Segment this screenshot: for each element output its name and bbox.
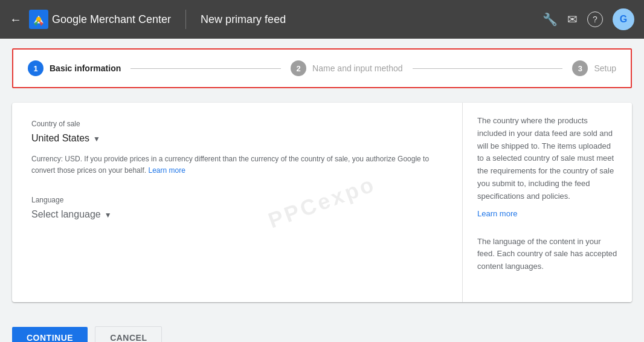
- currency-note: Currency: USD. If you provide prices in …: [31, 153, 443, 176]
- step-2: 2 Name and input method: [291, 60, 402, 76]
- step-3-number: 3: [572, 60, 588, 76]
- avatar[interactable]: G: [613, 8, 634, 30]
- country-chevron-down-icon: ▼: [93, 135, 100, 143]
- step-line-1: [130, 68, 281, 69]
- buttons-row: CONTINUE CANCEL: [0, 317, 644, 342]
- app-header: ← Google Merchant Center New primary fee…: [0, 0, 644, 39]
- header-divider: [185, 10, 186, 29]
- step-2-number: 2: [291, 60, 306, 76]
- form-card: Country of sale United States ▼ Currency…: [12, 103, 632, 302]
- language-info-section: The language of the content in your feed…: [477, 236, 617, 273]
- language-chevron-down-icon: ▼: [105, 211, 112, 219]
- continue-button[interactable]: CONTINUE: [12, 327, 88, 342]
- wrench-icon[interactable]: 🔧: [543, 12, 558, 27]
- step-2-label: Name and input method: [312, 63, 402, 73]
- step-3: 3 Setup: [572, 60, 616, 76]
- country-info-section: The country where the products included …: [477, 115, 617, 219]
- country-info-text: The country where the products included …: [477, 115, 617, 203]
- steps-bar: 1 Basic information 2 Name and input met…: [12, 48, 632, 88]
- cancel-button[interactable]: CANCEL: [95, 326, 162, 342]
- logo: Google Merchant Center: [29, 10, 171, 29]
- mail-icon[interactable]: ✉: [567, 12, 578, 27]
- currency-note-text: Currency: USD. If you provide prices in …: [31, 155, 429, 175]
- language-dropdown[interactable]: Select language ▼: [31, 209, 443, 220]
- form-right: The country where the products included …: [463, 103, 632, 302]
- back-button[interactable]: ←: [10, 13, 22, 27]
- country-value: United States: [31, 133, 89, 144]
- country-label: Country of sale: [31, 120, 443, 128]
- google-logo-icon: [29, 10, 48, 29]
- form-left: Country of sale United States ▼ Currency…: [12, 103, 463, 302]
- svg-point-2: [36, 17, 41, 22]
- help-icon[interactable]: ?: [587, 11, 603, 27]
- language-label: Language: [31, 196, 443, 204]
- step-1-number: 1: [28, 60, 43, 76]
- language-value: Select language: [31, 209, 101, 220]
- currency-learn-more-link[interactable]: Learn more: [148, 166, 185, 175]
- country-learn-more-link[interactable]: Learn more: [477, 209, 517, 218]
- step-line-2: [413, 68, 563, 69]
- country-dropdown[interactable]: United States ▼: [31, 133, 443, 144]
- country-field: Country of sale United States ▼ Currency…: [31, 120, 443, 176]
- page-title: New primary feed: [201, 13, 535, 26]
- app-name: Google Merchant Center: [52, 13, 171, 26]
- step-1: 1 Basic information: [28, 60, 121, 76]
- main-content: Country of sale United States ▼ Currency…: [0, 88, 644, 317]
- header-actions: 🔧 ✉ ? G: [543, 8, 634, 30]
- step-3-label: Setup: [594, 63, 616, 73]
- step-1-label: Basic information: [50, 63, 121, 73]
- language-field: Language Select language ▼: [31, 196, 443, 220]
- language-info-text: The language of the content in your feed…: [477, 236, 617, 273]
